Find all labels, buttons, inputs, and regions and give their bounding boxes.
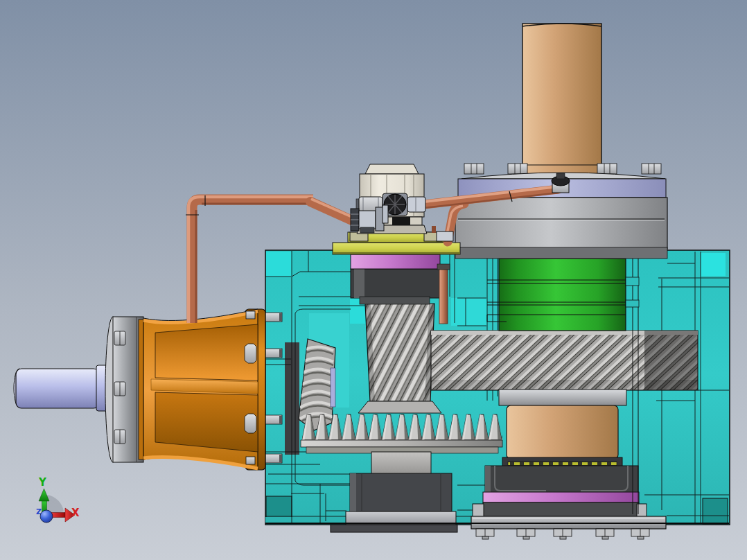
housing-bright-panel (266, 252, 292, 277)
drum-highlight (350, 473, 356, 511)
shaft-sliver (331, 368, 335, 407)
crown-rim (301, 440, 502, 447)
oil-tube-internal (439, 268, 448, 324)
output-helical-gear[interactable] (431, 331, 698, 390)
gear-spacer-collar (499, 390, 626, 405)
hex-fitting-right (407, 197, 425, 212)
bearing-block (485, 466, 638, 493)
cone-panel-upper (155, 324, 258, 380)
input-shaft[interactable] (16, 369, 99, 408)
housing-bright-panel (451, 298, 487, 326)
shaft-flare (358, 401, 441, 413)
output-gear-hub-green[interactable] (499, 259, 626, 331)
tube-nut (437, 264, 450, 270)
pipe-pin (432, 226, 436, 233)
block-highlight (485, 466, 491, 493)
x-axis-label: X (71, 507, 80, 519)
shim-gasket (508, 462, 617, 466)
clamp-body (359, 211, 376, 229)
vertical-pinion-shaft[interactable] (358, 304, 441, 413)
drum-bottom-strip (455, 247, 667, 259)
cone-panel-lower (155, 392, 258, 452)
housing-pocket (703, 498, 728, 524)
y-axis-label: Y (38, 476, 47, 489)
clamp-handle (383, 205, 388, 223)
cad-viewport[interactable]: Z Y X (0, 0, 747, 560)
bearing-lower-band (483, 502, 639, 517)
block-highlight (354, 269, 364, 298)
side-tab (473, 504, 484, 517)
output-shaft-lower[interactable] (499, 390, 626, 467)
clamp-base (360, 227, 374, 233)
lower-output-bearing[interactable] (471, 466, 666, 539)
drum-body (455, 198, 667, 249)
block-step (360, 297, 430, 304)
output-shaft-upper[interactable] (522, 24, 601, 166)
upper-bearing-block[interactable] (351, 269, 442, 304)
lower-seal-ring[interactable] (483, 492, 639, 502)
crown-gear[interactable] (301, 413, 502, 453)
gear-bottom-shade (431, 380, 698, 390)
upper-seal-ring[interactable] (351, 254, 440, 269)
bearing-base-plate (331, 525, 457, 532)
housing-bright-panel (701, 253, 726, 276)
bearing-drum (350, 473, 452, 511)
cover-dark-edge (333, 252, 460, 254)
cad-render: Z Y X (0, 0, 747, 560)
z-origin-sphere[interactable] (40, 510, 53, 523)
elbow-hex (437, 231, 453, 241)
hub-pedestal (371, 452, 431, 474)
